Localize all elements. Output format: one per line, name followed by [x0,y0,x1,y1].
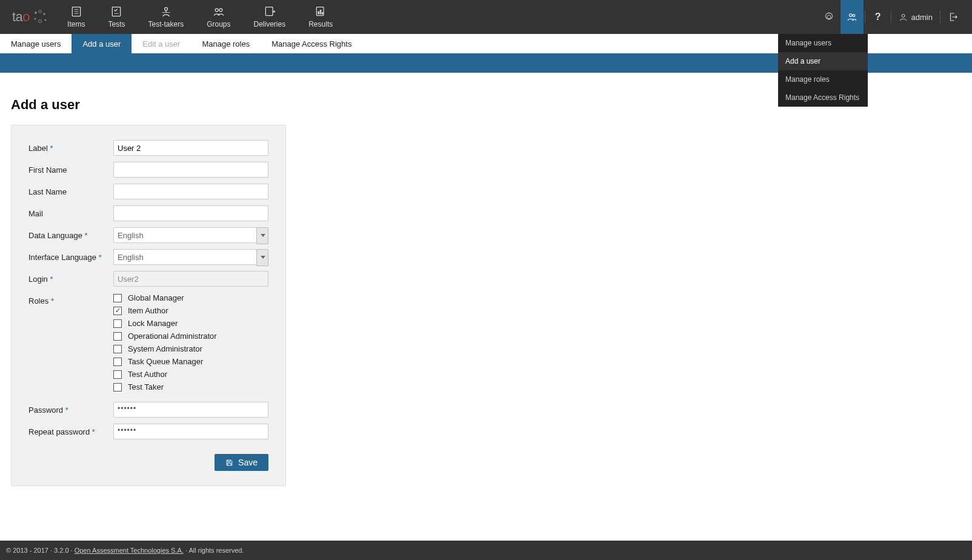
checkbox-icon[interactable] [113,358,122,366]
field-label-iface-lang: Interface Language * [28,249,113,262]
role-label: Global Manager [128,293,184,302]
tab-manage-roles[interactable]: Manage roles [191,34,261,53]
users-button[interactable] [841,0,864,34]
dropdown-manage-access-rights[interactable]: Manage Access Rights [778,88,868,107]
role-label: Test Taker [128,382,164,392]
top-header: tao Items Tests Test-takers [0,0,972,34]
user-label: admin [911,13,933,22]
login-input [113,271,268,287]
role-label: System Administrator [128,344,202,353]
field-label-data-lang: Data Language * [28,227,113,240]
data-language-select[interactable]: English [113,227,268,243]
footer-copyright: © 2013 - 2017 · 3.2.0 · [6,547,75,554]
nav-tests[interactable]: Tests [108,5,125,28]
tab-edit-user: Edit a user [131,34,191,53]
checkbox-icon[interactable] [113,294,122,302]
nav-label: Results [308,20,333,28]
svg-point-2 [43,13,45,15]
checkbox-icon[interactable] [113,370,122,379]
role-item[interactable]: Lock Manager [113,318,268,328]
separator [891,10,891,24]
label-input[interactable] [113,140,268,156]
nav-test-takers[interactable]: Test-takers [148,5,184,28]
results-icon [315,5,327,18]
svg-point-15 [219,8,222,12]
svg-point-12 [164,7,167,10]
checkbox-icon[interactable] [113,307,122,315]
role-item[interactable]: Task Queue Manager [113,356,268,367]
nav-deliveries[interactable]: Deliveries [254,5,286,28]
tab-add-user[interactable]: Add a user [72,34,131,53]
svg-point-4 [39,20,42,23]
separator [865,10,865,24]
deliveries-icon [264,5,276,18]
nav-label: Test-takers [148,20,184,28]
logo-dots-icon [31,8,49,26]
test-takers-icon [160,5,172,18]
save-icon [225,459,233,467]
mail-input[interactable] [113,205,268,221]
role-item[interactable]: Item Author [113,305,268,316]
field-label-login: Login * [28,271,113,284]
gear-icon [824,12,834,22]
svg-point-23 [902,14,905,17]
tests-icon [110,5,122,18]
user-menu[interactable]: admin [893,13,939,22]
nav-label: Deliveries [254,20,286,28]
role-label: Item Author [128,306,168,315]
field-label-lastname: Last Name [28,184,113,196]
checkbox-icon[interactable] [113,345,122,353]
dropdown-add-user[interactable]: Add a user [778,52,868,70]
field-label-roles: Roles * [28,293,113,305]
role-label: Test Author [128,370,167,379]
role-item[interactable]: Operational Administrator [113,331,268,341]
footer-suffix: · All rights reserved. [184,547,244,554]
nav-label: Groups [207,20,230,28]
logo[interactable]: tao [12,8,49,26]
checkbox-icon[interactable] [113,319,122,328]
field-label-firstname: First Name [28,162,113,175]
dropdown-manage-users[interactable]: Manage users [778,34,868,52]
nav-groups[interactable]: Groups [207,5,230,28]
tab-manage-users[interactable]: Manage users [0,34,72,53]
role-item[interactable]: System Administrator [113,344,268,354]
nav-results[interactable]: Results [308,5,333,28]
role-item[interactable]: Global Manager [113,293,268,303]
role-item[interactable]: Test Author [113,369,268,379]
save-label: Save [238,458,258,467]
logout-button[interactable] [942,0,965,34]
help-icon: ? [875,12,881,22]
repeat-password-input[interactable]: •••••• [113,424,268,439]
nav-label: Items [67,20,85,28]
groups-icon [213,5,225,18]
svg-point-0 [35,12,37,14]
save-button[interactable]: Save [215,454,268,471]
svg-point-22 [853,15,855,17]
password-input[interactable]: •••••• [113,402,268,418]
dropdown-manage-roles[interactable]: Manage roles [778,70,868,88]
svg-rect-10 [113,7,121,16]
settings-button[interactable] [817,0,841,34]
lastname-input[interactable] [113,184,268,199]
firstname-input[interactable] [113,162,268,178]
content: Add a user Label * First Name Last Name … [0,73,972,541]
interface-language-select[interactable]: English [113,249,268,265]
footer-link[interactable]: Open Assessment Technologies S.A. [75,547,184,554]
nav-label: Tests [108,20,125,28]
svg-point-5 [45,19,47,21]
field-label-repeat-password: Repeat password * [28,424,113,436]
tab-manage-access-rights[interactable]: Manage Access Rights [261,34,362,53]
checkbox-icon[interactable] [113,383,122,392]
role-label: Task Queue Manager [128,357,203,366]
help-button[interactable]: ? [867,0,890,34]
svg-rect-20 [322,13,324,15]
footer: © 2013 - 2017 · 3.2.0 · Open Assessment … [0,541,972,560]
user-icon [899,13,908,22]
logout-icon [948,12,959,22]
nav-items[interactable]: Items [67,5,85,28]
checkbox-icon[interactable] [113,332,122,341]
svg-point-1 [39,10,41,13]
role-item[interactable]: Test Taker [113,382,268,392]
role-label: Lock Manager [128,319,178,328]
svg-rect-18 [318,12,319,14]
